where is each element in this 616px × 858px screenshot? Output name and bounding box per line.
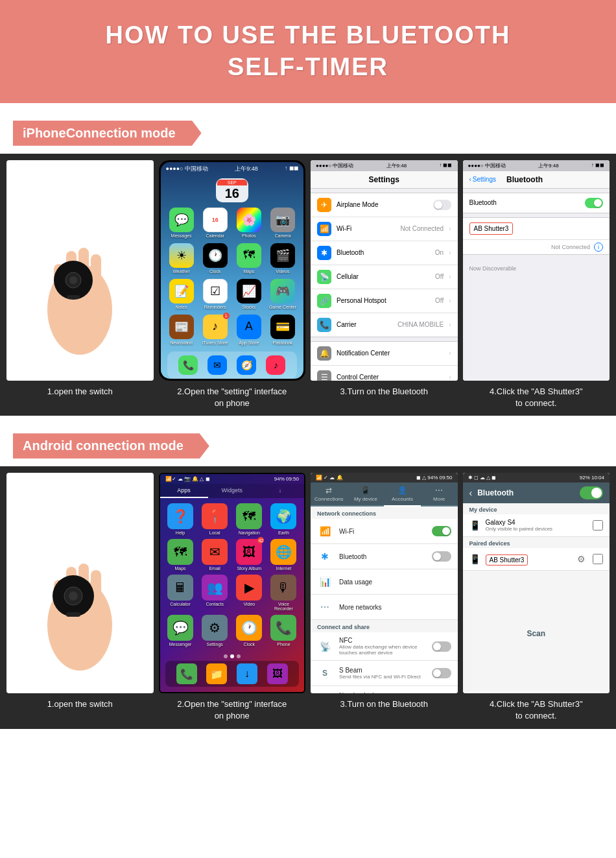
android-nfc-toggle[interactable] xyxy=(432,641,451,652)
android-tab-widgets[interactable]: Widgets xyxy=(208,484,256,498)
ab-shutter-checkbox[interactable] xyxy=(593,554,603,564)
android-settings-screen: 📶 ✓ ☁ 🔔 ◼ △ 94% 09:50 ⇄ Connections 📱 My… xyxy=(311,473,458,693)
ios-bt-devices-group: AB Shutter3 Not Connected i xyxy=(463,217,610,255)
android-wifi-toggle[interactable] xyxy=(432,526,451,536)
android-tab-download[interactable]: ↓ xyxy=(256,484,304,498)
android-step-1: 1.open the switch xyxy=(6,473,154,722)
android-step-1-image xyxy=(6,473,154,693)
android-section: Android connection mode 1.open the xyxy=(0,425,616,728)
android-app-local: 📍 Local xyxy=(200,503,230,535)
android-step-2-caption: 2.Open the "setting" interfaceon phone xyxy=(174,698,289,722)
android-row-nearby: 📱 Nearby devices Share your media files … xyxy=(311,686,458,693)
android-bt-nav: ‹ Bluetooth xyxy=(463,483,610,503)
android-app-messenger: 💬 Messenger xyxy=(165,615,196,647)
ios-row-bluetooth: ✱ Bluetooth On › xyxy=(311,241,458,265)
iphone-dock: 📞 ✉ 🧭 ♪ xyxy=(167,352,298,379)
ios-settings-nav: Settings xyxy=(311,171,458,189)
android-galaxy-s4-row: 📱 Galaxy S4 Only visible to paired devic… xyxy=(463,514,610,537)
iphone-step-3-caption: 3.Turn on the Bluetooth xyxy=(338,386,431,398)
app-passbook: 💳 Passbook xyxy=(268,315,297,345)
phone-icon: 📱 xyxy=(469,520,480,530)
not-connected-row: Not Connected i xyxy=(463,240,610,254)
android-row-data: 📊 Data usage xyxy=(311,569,458,595)
android-step-4-image: ✱ ◻ ☁ △ ◼ 92% 10:04 ‹ Bluetooth My devic… xyxy=(463,473,610,693)
android-tab-more[interactable]: ⋯ More xyxy=(421,483,458,505)
app-calendar: 16 Calendar xyxy=(201,208,230,238)
android-ab-shutter-row[interactable]: 📱 AB Shutter3 ⚙ xyxy=(463,548,610,571)
android-connect-share-header: Connect and share xyxy=(311,620,458,632)
app-appstore: A App Store xyxy=(235,315,263,345)
iphone-step-3-image: ●●●●○ 中国移动 上午9:48 ↑ ◼◼ Settings ✈ Airpla… xyxy=(311,160,458,381)
android-tab-connections[interactable]: ⇄ Connections xyxy=(311,483,348,505)
iphone-apps-grid: 💬 Messages 16 Calendar 🌸 Photos xyxy=(161,204,304,349)
info-icon[interactable]: i xyxy=(594,243,603,252)
ios-bt-device-row[interactable]: AB Shutter3 xyxy=(463,218,610,240)
android-sbeam-toggle[interactable] xyxy=(432,668,451,678)
app-stocks: 📈 Stocks xyxy=(235,279,263,309)
android-device-icon: 📱 xyxy=(469,554,480,564)
android-step-1-caption: 1.open the switch xyxy=(45,698,115,710)
android-row-more-networks: ⋯ More networks xyxy=(311,595,458,620)
iphone-step-4-image: ●●●●○ 中国移动 上午9:48 ↑ ◼◼ ‹ Settings Blueto… xyxy=(463,160,610,381)
divider-1 xyxy=(0,103,616,113)
android-app-voice: 🎙 Voice Recorder xyxy=(268,575,299,611)
android-step-4: ✱ ◻ ☁ △ ◼ 92% 10:04 ‹ Bluetooth My devic… xyxy=(463,473,610,722)
android-app-contacts: 👥 Contacts xyxy=(200,575,230,611)
ios-back-button[interactable]: ‹ Settings xyxy=(469,176,496,183)
app-weather: ☀ Weather xyxy=(167,243,196,274)
svg-rect-19 xyxy=(66,612,80,617)
android-dock: 📞 📁 ↓ 🖼 xyxy=(165,661,300,687)
app-messages: 💬 Messages xyxy=(167,208,196,238)
android-row-wifi: 📶 Wi-Fi xyxy=(311,519,458,544)
airplane-label: Airplane Mode xyxy=(337,201,428,208)
divider-2 xyxy=(0,416,616,425)
ios-row-hotspot: 🔗 Personal Hotspot Off › xyxy=(311,289,458,313)
ios-status-bar-4: ●●●●○ 中国移动 上午9:48 ↑ ◼◼ xyxy=(463,160,610,171)
android-step-3-image: 📶 ✓ ☁ 🔔 ◼ △ 94% 09:50 ⇄ Connections 📱 My… xyxy=(311,473,458,693)
iphone-step-2-image: ●●●●○ 中国移动 上午9:48 ↑ ◼◼ SEP 16 💬 xyxy=(159,160,306,381)
ios-settings-group-2: 🔔 Notification Center › ☰ Control Center… xyxy=(311,341,458,381)
android-section-label-wrapper: Android connection mode xyxy=(0,425,616,466)
android-ab-shutter-device: AB Shutter3 xyxy=(486,554,528,566)
android-tab-apps[interactable]: Apps xyxy=(160,484,208,498)
android-section-label: Android connection mode xyxy=(13,433,209,459)
page-title: HOW TO USE THE BLUETOOTHSELF-TIMER xyxy=(13,19,603,84)
ios-settings-screen: ●●●●○ 中国移动 上午9:48 ↑ ◼◼ Settings ✈ Airpla… xyxy=(311,160,458,381)
hand-device-svg-android xyxy=(38,489,122,677)
dock-phone: 📞 xyxy=(178,355,198,375)
airplane-toggle[interactable] xyxy=(433,200,451,210)
android-settings-gear-icon[interactable]: ⚙ xyxy=(575,553,587,566)
iphone-time: 上午9:48 xyxy=(235,165,258,173)
ios-bt-toggle-group: Bluetooth xyxy=(463,193,610,213)
android-row-bluetooth: ✱ Bluetooth xyxy=(311,544,458,569)
app-photos: 🌸 Photos xyxy=(235,208,263,238)
dock-mail: ✉ xyxy=(207,355,227,375)
iphone-step-1-caption: 1.open the switch xyxy=(45,386,115,398)
android-app-maps: 🗺 Maps xyxy=(165,539,196,571)
iphone-home-screen: ●●●●○ 中国移动 上午9:48 ↑ ◼◼ SEP 16 💬 xyxy=(161,162,304,379)
iphone-step-3: ●●●●○ 中国移动 上午9:48 ↑ ◼◼ Settings ✈ Airpla… xyxy=(311,160,458,409)
android-app-earth: 🌍 Earth xyxy=(268,503,299,535)
bluetooth-toggle[interactable] xyxy=(585,198,603,208)
android-step-3-caption: 3.Turn on the Bluetooth xyxy=(338,698,431,710)
android-home-screen: 📶✓ ☁ 📷 🔔 △ ◼ 94% 09:50 Apps Widgets ↓ ❓ … xyxy=(160,474,305,692)
android-scan-button[interactable]: Scan xyxy=(527,629,545,638)
android-app-phone: 📞 Phone xyxy=(268,615,299,647)
android-back-icon[interactable]: ‹ xyxy=(469,488,473,498)
ios-bt-title: Bluetooth xyxy=(506,175,543,184)
page-header: HOW TO USE THE BLUETOOTHSELF-TIMER xyxy=(0,0,616,103)
android-bt-master-toggle[interactable] xyxy=(580,486,603,499)
android-app-settings: ⚙ Settings xyxy=(200,615,230,647)
android-tab-mydevice[interactable]: 📱 My device xyxy=(348,483,385,505)
android-status-bar-4: ✱ ◻ ☁ △ ◼ 92% 10:04 xyxy=(463,473,610,483)
iphone-step-2-caption: 2.Open the "setting" interfaceon phone xyxy=(174,386,289,409)
hand-device-svg-iphone xyxy=(38,180,122,361)
android-bluetooth-toggle[interactable] xyxy=(432,551,451,562)
app-itunes: ♪1 iTunes Store xyxy=(201,315,230,345)
discoverable-label: Now Discoverable xyxy=(463,259,610,278)
android-step-2: 📶✓ ☁ 📷 🔔 △ ◼ 94% 09:50 Apps Widgets ↓ ❓ … xyxy=(159,473,306,722)
android-tab-accounts[interactable]: 👤 Accounts xyxy=(384,483,421,506)
iphone-steps-row: 1.open the switch ●●●●○ 中国移动 上午9:48 ↑ ◼◼… xyxy=(0,154,616,416)
galaxy-s4-checkbox[interactable] xyxy=(593,520,603,530)
android-app-internet: 🌐 Internet xyxy=(268,539,299,571)
